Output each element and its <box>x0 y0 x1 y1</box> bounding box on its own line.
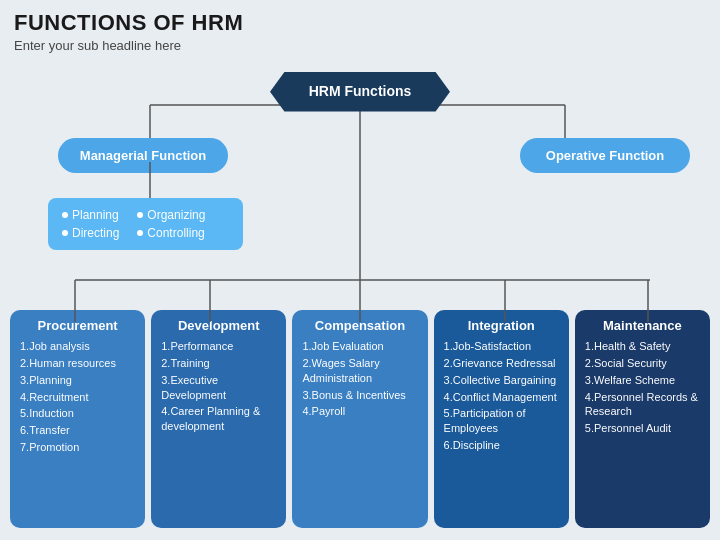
managerial-label: Managerial Function <box>80 148 206 163</box>
card-integration-title: Integration <box>444 318 559 333</box>
bullet-icon <box>62 212 68 218</box>
bullet-icon <box>62 230 68 236</box>
card-compensation-item-4: 4.Payroll <box>302 404 417 419</box>
card-maintenance-title: Maintenance <box>585 318 700 333</box>
card-procurement-item-4: 4.Recruitment <box>20 390 135 405</box>
hrm-center-label: HRM Functions <box>309 83 412 99</box>
operative-label: Operative Function <box>546 148 664 163</box>
title-area: FUNCTIONS OF HRM Enter your sub headline… <box>14 10 243 53</box>
card-maintenance-item-3: 3.Welfare Scheme <box>585 373 700 388</box>
hrm-center-box: HRM Functions <box>270 72 450 112</box>
card-development: Development1.Performance2.Training3.Exec… <box>151 310 286 528</box>
card-compensation-item-2: 2.Wages Salary Administration <box>302 356 417 386</box>
planning-item: Planning <box>62 208 119 222</box>
card-procurement-item-3: 3.Planning <box>20 373 135 388</box>
card-development-item-2: 2.Training <box>161 356 276 371</box>
card-maintenance: Maintenance1.Health & Safety2.Social Sec… <box>575 310 710 528</box>
card-integration-item-4: 4.Conflict Management <box>444 390 559 405</box>
card-maintenance-item-4: 4.Personnel Records & Research <box>585 390 700 420</box>
page-subtitle: Enter your sub headline here <box>14 38 243 53</box>
card-procurement-item-6: 6.Transfer <box>20 423 135 438</box>
card-compensation-title: Compensation <box>302 318 417 333</box>
bottom-cards-container: Procurement1.Job analysis2.Human resourc… <box>10 310 710 528</box>
sub-functions-box: Planning Directing Organizing Controllin… <box>48 198 243 250</box>
card-procurement: Procurement1.Job analysis2.Human resourc… <box>10 310 145 528</box>
controlling-item: Controlling <box>137 226 205 240</box>
card-procurement-title: Procurement <box>20 318 135 333</box>
card-maintenance-item-1: 1.Health & Safety <box>585 339 700 354</box>
card-development-item-3: 3.Executive Development <box>161 373 276 403</box>
card-integration-item-3: 3.Collective Bargaining <box>444 373 559 388</box>
bullet-icon <box>137 230 143 236</box>
card-integration-item-1: 1.Job-Satisfaction <box>444 339 559 354</box>
card-integration-item-6: 6.Discipline <box>444 438 559 453</box>
card-procurement-item-5: 5.Induction <box>20 406 135 421</box>
card-integration: Integration1.Job-Satisfaction2.Grievance… <box>434 310 569 528</box>
card-maintenance-item-2: 2.Social Security <box>585 356 700 371</box>
managerial-function-box: Managerial Function <box>58 138 228 173</box>
card-development-item-1: 1.Performance <box>161 339 276 354</box>
card-procurement-item-1: 1.Job analysis <box>20 339 135 354</box>
organizing-item: Organizing <box>137 208 205 222</box>
directing-item: Directing <box>62 226 119 240</box>
card-integration-item-5: 5.Participation of Employees <box>444 406 559 436</box>
card-compensation-item-1: 1.Job Evaluation <box>302 339 417 354</box>
card-compensation-item-3: 3.Bonus & Incentives <box>302 388 417 403</box>
card-integration-item-2: 2.Grievance Redressal <box>444 356 559 371</box>
page-title: FUNCTIONS OF HRM <box>14 10 243 36</box>
bullet-icon <box>137 212 143 218</box>
card-development-item-4: 4.Career Planning & development <box>161 404 276 434</box>
card-development-title: Development <box>161 318 276 333</box>
card-maintenance-item-5: 5.Personnel Audit <box>585 421 700 436</box>
card-procurement-item-2: 2.Human resources <box>20 356 135 371</box>
card-compensation: Compensation1.Job Evaluation2.Wages Sala… <box>292 310 427 528</box>
operative-function-box: Operative Function <box>520 138 690 173</box>
card-procurement-item-7: 7.Promotion <box>20 440 135 455</box>
